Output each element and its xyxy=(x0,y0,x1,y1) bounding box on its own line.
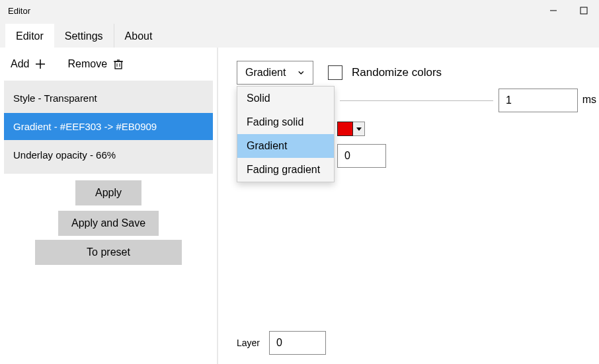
list-item[interactable]: Style - Transparent xyxy=(4,85,213,112)
window-title: Editor xyxy=(8,6,30,16)
sidebar-toolbar: Add Remove xyxy=(0,52,217,81)
chevron-down-icon xyxy=(298,69,305,77)
minimize-button[interactable] xyxy=(538,0,569,21)
add-label: Add xyxy=(11,58,29,70)
sidebar-action-row: Apply Apply and Save xyxy=(0,174,217,236)
maximize-icon xyxy=(580,7,588,15)
sidebar-action-row-2: To preset xyxy=(0,236,217,265)
svg-marker-9 xyxy=(356,127,362,131)
list-item[interactable]: Underlay opacity - 66% xyxy=(4,141,213,168)
maximize-button[interactable] xyxy=(569,0,599,21)
tab-about[interactable]: About xyxy=(114,24,163,48)
to-preset-button[interactable]: To preset xyxy=(35,240,182,265)
duration-input[interactable] xyxy=(499,89,578,112)
dropdown-item-gradient[interactable]: Gradient xyxy=(237,134,334,158)
list-item[interactable]: Gradient - #EEF303 -> #EB0909 xyxy=(4,113,213,140)
top-row: Gradient Randomize colors xyxy=(237,61,599,85)
randomize-checkbox[interactable] xyxy=(328,65,342,80)
plus-icon xyxy=(34,58,46,70)
window-controls xyxy=(538,0,599,21)
tab-editor[interactable]: Editor xyxy=(5,24,54,48)
apply-save-button[interactable]: Apply and Save xyxy=(58,211,159,236)
caret-down-icon xyxy=(356,126,362,131)
trash-icon xyxy=(112,58,124,70)
select-value: Gradient xyxy=(245,67,286,79)
apply-button[interactable]: Apply xyxy=(75,180,141,205)
layer-label: Layer xyxy=(237,338,260,348)
dropdown-item-fading-solid[interactable]: Fading solid xyxy=(237,110,334,134)
content-area: Add Remove Style - Transparent Grad xyxy=(0,48,599,364)
add-button[interactable]: Add xyxy=(8,55,49,73)
color-dropdown-button[interactable] xyxy=(353,122,365,136)
minimize-icon xyxy=(549,7,557,15)
secondary-value-input[interactable] xyxy=(337,144,386,168)
main-panel: Gradient Randomize colors ms Solid Fadin… xyxy=(218,48,599,364)
tab-bar: Editor Settings About xyxy=(0,21,599,48)
fill-type-select[interactable]: Gradient xyxy=(237,61,313,85)
remove-button[interactable]: Remove xyxy=(65,55,127,73)
dropdown-item-fading-gradient[interactable]: Fading gradient xyxy=(237,158,334,182)
titlebar: Editor xyxy=(0,0,599,21)
randomize-label: Randomize colors xyxy=(352,66,442,79)
divider-line xyxy=(340,100,493,101)
tab-settings[interactable]: Settings xyxy=(54,24,114,48)
remove-label: Remove xyxy=(67,58,107,70)
layer-input[interactable] xyxy=(269,331,326,355)
sidebar: Add Remove Style - Transparent Grad xyxy=(0,48,218,364)
duration-unit-label: ms xyxy=(582,94,596,106)
svg-rect-4 xyxy=(115,61,122,69)
color-swatch xyxy=(337,122,353,136)
color-picker[interactable] xyxy=(337,122,365,136)
dropdown-item-solid[interactable]: Solid xyxy=(237,87,334,110)
svg-rect-1 xyxy=(580,7,587,14)
layer-row: Layer xyxy=(237,331,326,355)
fill-type-dropdown: Solid Fading solid Gradient Fading gradi… xyxy=(237,86,335,182)
layer-list: Style - Transparent Gradient - #EEF303 -… xyxy=(4,81,213,174)
